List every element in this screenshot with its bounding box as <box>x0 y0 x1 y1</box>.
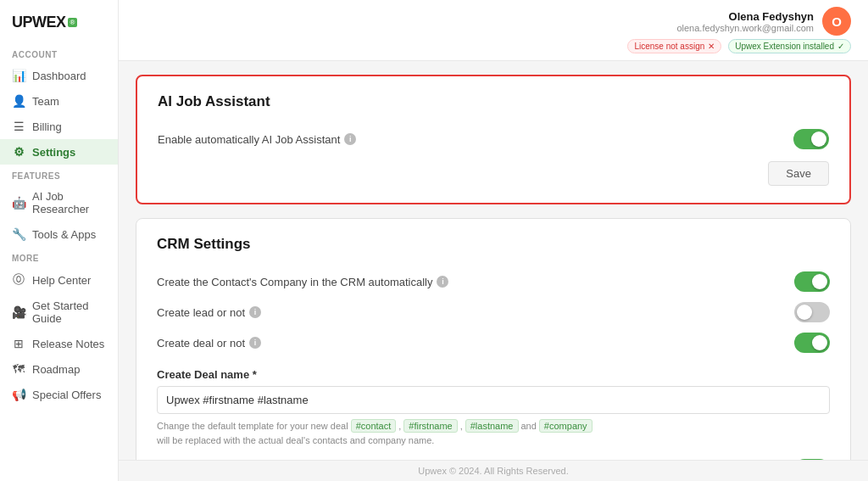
main: Olena Fedyshyn olena.fedyshyn.work@gmail… <box>119 0 868 481</box>
deal-hint-suffix: will be replaced with the actual deal's … <box>157 435 434 445</box>
ai-enable-label: Enable automatically AI Job Assistant i <box>158 133 356 146</box>
toggle-thumb <box>797 305 812 320</box>
sidebar-item-label: Special Offers <box>32 389 101 401</box>
create-deal-row: Create deal or not i <box>157 327 830 358</box>
sidebar-item-label: Team <box>32 95 59 108</box>
create-deal-label: Create deal or not i <box>157 337 261 350</box>
deal-hint-tag-firstname: #firstname <box>403 419 457 433</box>
create-lead-toggle[interactable] <box>794 302 830 322</box>
sidebar-item-billing[interactable]: ☰ Billing <box>0 114 118 139</box>
deal-hint-tag-contact: #contact <box>351 419 397 433</box>
crm-settings-card: CRM Settings Create the Contact's Compan… <box>136 218 851 460</box>
sidebar-item-special-offers[interactable]: 📢 Special Offers <box>0 382 118 407</box>
sidebar-item-settings[interactable]: ⚙ Settings <box>0 139 118 165</box>
sidebar-item-team[interactable]: 👤 Team <box>0 88 118 114</box>
toggle-thumb <box>812 335 827 350</box>
account-section-label: ACCOUNT <box>0 43 118 63</box>
footer: Upwex © 2024. All Rights Reserved. <box>119 460 868 481</box>
notes-job-deal-toggle[interactable] <box>794 459 830 460</box>
create-company-toggle[interactable] <box>794 271 830 292</box>
deal-name-input[interactable] <box>157 386 830 414</box>
ai-save-button[interactable]: Save <box>768 161 829 186</box>
deal-name-label: Create Deal name * <box>157 368 830 381</box>
sidebar-item-release-notes[interactable]: ⊞ Release Notes <box>0 331 118 356</box>
logo-text: UPWEX <box>12 14 66 31</box>
sidebar-item-label: Get Started Guide <box>32 299 106 325</box>
sidebar-item-tools-apps[interactable]: 🔧 Tools & Apps <box>0 221 118 247</box>
sidebar-item-label: Help Center <box>32 274 91 287</box>
dashboard-icon: 📊 <box>12 69 25 82</box>
ai-enable-info-icon[interactable]: i <box>344 133 356 145</box>
create-company-row: Create the Contact's Company in the CRM … <box>157 266 830 297</box>
sidebar-item-help-center[interactable]: ⓪ Help Center <box>0 266 118 294</box>
crm-settings-title: CRM Settings <box>157 236 830 253</box>
toggle-track[interactable] <box>794 302 830 322</box>
create-company-info-icon[interactable]: i <box>437 276 448 288</box>
ai-job-assistant-title: AI Job Assistant <box>158 93 829 110</box>
team-icon: 👤 <box>12 94 25 108</box>
ai-job-assistant-card: AI Job Assistant Enable automatically AI… <box>136 75 851 204</box>
deal-hint-tag-company: #company <box>539 419 593 433</box>
avatar: O <box>822 7 851 36</box>
sidebar-item-label: Release Notes <box>32 338 104 350</box>
check-icon: ✓ <box>837 42 844 51</box>
create-lead-info-icon[interactable]: i <box>249 306 261 318</box>
sidebar-item-ai-job-researcher[interactable]: 🤖 AI Job Researcher <box>0 184 118 221</box>
tools-icon: 🔧 <box>12 227 25 241</box>
sidebar-item-roadmap[interactable]: 🗺 Roadmap <box>0 356 118 382</box>
deal-hint-prefix: Change the default template for your new… <box>157 421 348 431</box>
sidebar-item-dashboard[interactable]: 📊 Dashboard <box>0 63 118 88</box>
header: Olena Fedyshyn olena.fedyshyn.work@gmail… <box>119 0 868 61</box>
license-badge-text: License not assign <box>634 42 704 51</box>
create-company-label: Create the Contact's Company in the CRM … <box>157 276 448 288</box>
license-badge: License not assign ✕ <box>627 39 721 53</box>
toggle-track[interactable] <box>794 459 830 460</box>
deal-hint: Change the default template for your new… <box>157 419 830 445</box>
notes-job-deal-row: Create all notes about Job in Deal i <box>157 454 830 460</box>
footer-text: Upwex © 2024. All Rights Reserved. <box>418 466 568 476</box>
deal-hint-tag-lastname: #lastname <box>465 419 519 433</box>
create-lead-row: Create lead or not i <box>157 297 830 327</box>
toggle-thumb <box>812 274 827 289</box>
sidebar-item-get-started[interactable]: 🎥 Get Started Guide <box>0 294 118 331</box>
ai-save-row: Save <box>158 161 829 186</box>
release-icon: ⊞ <box>12 337 25 350</box>
ai-icon: 🤖 <box>12 196 25 210</box>
create-deal-toggle[interactable] <box>794 333 830 353</box>
sidebar-item-label: Dashboard <box>32 70 86 82</box>
content: AI Job Assistant Enable automatically AI… <box>119 61 868 460</box>
sidebar-item-label: AI Job Researcher <box>32 190 106 215</box>
ai-enable-row: Enable automatically AI Job Assistant i <box>158 124 829 154</box>
sidebar-item-label: Billing <box>32 120 62 133</box>
logo: UPWEX® <box>0 10 118 43</box>
settings-icon: ⚙ <box>12 145 25 159</box>
toggle-thumb <box>811 131 826 147</box>
sidebar-item-label: Settings <box>32 146 75 159</box>
ai-enable-toggle[interactable] <box>793 129 829 149</box>
user-info: Olena Fedyshyn olena.fedyshyn.work@gmail… <box>676 10 814 33</box>
close-icon: ✕ <box>708 42 715 51</box>
user-email: olena.fedyshyn.work@gmail.com <box>676 23 814 33</box>
sidebar-item-label: Tools & Apps <box>32 228 96 241</box>
toggle-track[interactable] <box>793 129 829 149</box>
billing-icon: ☰ <box>12 120 25 133</box>
toggle-track[interactable] <box>794 333 830 353</box>
user-name: Olena Fedyshyn <box>676 10 814 23</box>
help-icon: ⓪ <box>12 272 25 288</box>
header-right: Olena Fedyshyn olena.fedyshyn.work@gmail… <box>627 7 851 53</box>
features-section-label: FEATURES <box>0 165 118 184</box>
roadmap-icon: 🗺 <box>12 362 25 376</box>
create-lead-label: Create lead or not i <box>157 306 261 319</box>
header-badges: License not assign ✕ Upwex Extension ins… <box>627 39 851 53</box>
header-top-row: Olena Fedyshyn olena.fedyshyn.work@gmail… <box>676 7 851 36</box>
create-deal-info-icon[interactable]: i <box>249 337 261 349</box>
logo-badge: ® <box>68 18 78 27</box>
sidebar: UPWEX® ACCOUNT 📊 Dashboard 👤 Team ☰ Bill… <box>0 0 119 481</box>
offers-icon: 📢 <box>12 388 25 401</box>
sidebar-item-label: Roadmap <box>32 363 80 376</box>
video-icon: 🎥 <box>12 305 25 319</box>
extension-badge: Upwex Extension installed ✓ <box>728 39 851 53</box>
toggle-track[interactable] <box>794 271 830 292</box>
extension-badge-text: Upwex Extension installed <box>735 42 834 51</box>
more-section-label: MORE <box>0 247 118 266</box>
